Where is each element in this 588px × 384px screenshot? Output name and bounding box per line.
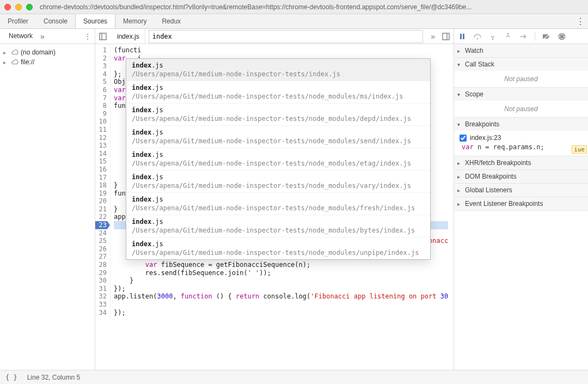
minimize-window-button[interactable] bbox=[15, 4, 22, 10]
cloud-icon bbox=[11, 58, 19, 66]
section-watch[interactable]: ▸ Watch bbox=[454, 44, 588, 57]
tab-redux[interactable]: Redux bbox=[154, 14, 188, 28]
svg-rect-11 bbox=[561, 35, 564, 38]
autocomplete-item[interactable]: index.js/Users/apena/Git/medium-node-ins… bbox=[126, 81, 430, 103]
expand-arrow-icon: ▸ bbox=[457, 201, 463, 207]
call-stack-empty: Not paused bbox=[454, 71, 588, 87]
scope-empty: Not paused bbox=[454, 101, 588, 117]
file-autocomplete-popup: index.js/Users/apena/Git/medium-node-ins… bbox=[126, 58, 431, 260]
section-title: Event Listener Breakpoints bbox=[465, 200, 543, 208]
tree-item-file[interactable]: ▸ file:// bbox=[2, 57, 93, 67]
svg-rect-5 bbox=[463, 34, 464, 39]
autocomplete-item[interactable]: index.js/Users/apena/Git/medium-node-ins… bbox=[126, 193, 430, 215]
toggle-debugger-pane-icon[interactable] bbox=[440, 31, 451, 42]
editor-toolbar: index.js » bbox=[95, 29, 454, 44]
collapse-arrow-icon: ▾ bbox=[457, 121, 463, 127]
editor-open-file-tab[interactable]: index.js bbox=[112, 29, 145, 44]
expand-arrow-icon: ▸ bbox=[457, 160, 463, 166]
navigator-tab-network[interactable]: Network bbox=[4, 29, 37, 44]
close-window-button[interactable] bbox=[4, 4, 11, 10]
editor-overflow-icon[interactable]: » bbox=[428, 32, 437, 41]
section-global-listeners[interactable]: ▸ Global Listeners bbox=[454, 184, 588, 197]
debugger-toolbar bbox=[454, 29, 588, 44]
navigator-tree: ▸ (no domain) ▸ file:// bbox=[0, 44, 95, 70]
svg-point-7 bbox=[492, 38, 494, 40]
section-title: DOM Breakpoints bbox=[465, 173, 517, 180]
step-icon[interactable] bbox=[518, 32, 528, 41]
step-over-icon[interactable] bbox=[473, 32, 482, 41]
cursor-position: Line 32, Column 5 bbox=[27, 374, 80, 381]
toggle-navigator-icon[interactable] bbox=[97, 31, 108, 42]
expand-arrow-icon: ▸ bbox=[457, 48, 463, 54]
pause-icon[interactable] bbox=[457, 32, 467, 41]
editor-pane: index.js » 12345678910111213141516171819… bbox=[95, 29, 454, 370]
section-title: XHR/fetch Breakpoints bbox=[465, 159, 531, 167]
cloud-icon bbox=[11, 48, 19, 56]
autocomplete-item[interactable]: index.js/Users/apena/Git/medium-node-ins… bbox=[126, 170, 430, 193]
step-into-icon[interactable] bbox=[488, 32, 498, 41]
breakpoint-label: index.js:23 bbox=[470, 134, 501, 142]
navigator-menu-icon[interactable]: ⋮ bbox=[83, 33, 93, 40]
section-title: Global Listeners bbox=[465, 186, 512, 194]
tab-console[interactable]: Console bbox=[36, 14, 75, 28]
section-dom-breakpoints[interactable]: ▸ DOM Breakpoints bbox=[454, 170, 588, 183]
status-bar: { } Line 32, Column 5 bbox=[0, 370, 588, 384]
section-scope[interactable]: ▾ Scope bbox=[454, 88, 588, 101]
autocomplete-item[interactable]: index.js/Users/apena/Git/medium-node-ins… bbox=[126, 215, 430, 237]
breakpoint-checkbox[interactable] bbox=[460, 135, 467, 142]
svg-point-8 bbox=[507, 33, 509, 34]
autocomplete-item[interactable]: index.js/Users/apena/Git/medium-node-ins… bbox=[126, 237, 430, 260]
expand-arrow-icon: ▸ bbox=[457, 174, 463, 180]
window-titlebar: chrome-devtools://devtools/bundled/inspe… bbox=[0, 0, 588, 14]
window-url: chrome-devtools://devtools/bundled/inspe… bbox=[40, 3, 584, 11]
devtools-menu-icon[interactable]: ⋮ bbox=[573, 14, 588, 28]
breakpoints-list: index.js:23 var n = req.params.n; iue bbox=[454, 131, 588, 156]
expand-arrow-icon: ▸ bbox=[3, 59, 9, 65]
value-badge: iue bbox=[572, 145, 587, 154]
autocomplete-item[interactable]: index.js/Users/apena/Git/medium-node-ins… bbox=[126, 148, 430, 170]
tab-sources[interactable]: Sources bbox=[75, 14, 115, 28]
section-title: Breakpoints bbox=[465, 120, 499, 128]
breakpoint-item[interactable]: index.js:23 bbox=[460, 134, 583, 142]
step-out-icon[interactable] bbox=[503, 32, 513, 41]
navigator-tabs-overflow-icon[interactable]: » bbox=[37, 32, 48, 41]
svg-rect-0 bbox=[100, 33, 106, 40]
tree-item-label: (no domain) bbox=[21, 48, 56, 56]
svg-point-6 bbox=[477, 38, 479, 39]
debugger-pane: ▸ Watch ▾ Call Stack Not paused ▾ Scope … bbox=[454, 29, 588, 370]
navigator-tabs: Network » ⋮ bbox=[0, 29, 95, 44]
section-title: Watch bbox=[465, 47, 483, 54]
line-number-gutter[interactable]: 1234567891011121314151617181920212223242… bbox=[95, 44, 111, 319]
tab-memory[interactable]: Memory bbox=[115, 14, 154, 28]
expand-arrow-icon: ▸ bbox=[3, 50, 9, 56]
svg-rect-4 bbox=[460, 34, 462, 39]
pretty-print-icon[interactable]: { } bbox=[5, 374, 17, 381]
section-event-listener-breakpoints[interactable]: ▸ Event Listener Breakpoints bbox=[454, 197, 588, 210]
svg-rect-2 bbox=[443, 33, 449, 40]
tab-profiler[interactable]: Profiler bbox=[0, 14, 36, 28]
devtools-tabbar: Profiler Console Sources Memory Redux ⋮ bbox=[0, 14, 588, 29]
section-title: Call Stack bbox=[465, 60, 494, 68]
zoom-window-button[interactable] bbox=[26, 4, 33, 10]
navigator-pane: Network » ⋮ ▸ (no domain) ▸ file:// bbox=[0, 29, 95, 370]
section-call-stack[interactable]: ▾ Call Stack bbox=[454, 58, 588, 71]
open-file-search[interactable] bbox=[149, 30, 424, 43]
collapse-arrow-icon: ▾ bbox=[457, 62, 463, 68]
autocomplete-item[interactable]: index.js/Users/apena/Git/medium-node-ins… bbox=[126, 126, 430, 148]
autocomplete-item[interactable]: index.js/Users/apena/Git/medium-node-ins… bbox=[126, 103, 430, 126]
collapse-arrow-icon: ▾ bbox=[457, 92, 463, 97]
deactivate-breakpoints-icon[interactable] bbox=[542, 32, 552, 41]
expand-arrow-icon: ▸ bbox=[457, 187, 463, 193]
breakpoint-code: var n = req.params.n; bbox=[460, 142, 583, 153]
window-controls bbox=[4, 4, 33, 10]
pause-on-exceptions-icon[interactable] bbox=[557, 32, 567, 41]
autocomplete-item[interactable]: index.js/Users/apena/Git/medium-node-ins… bbox=[126, 59, 430, 81]
open-file-input[interactable] bbox=[152, 33, 420, 40]
section-breakpoints[interactable]: ▾ Breakpoints bbox=[454, 118, 588, 131]
tree-item-no-domain[interactable]: ▸ (no domain) bbox=[2, 47, 93, 57]
section-title: Scope bbox=[465, 90, 483, 98]
section-xhr-breakpoints[interactable]: ▸ XHR/fetch Breakpoints bbox=[454, 156, 588, 169]
tree-item-label: file:// bbox=[21, 58, 34, 66]
